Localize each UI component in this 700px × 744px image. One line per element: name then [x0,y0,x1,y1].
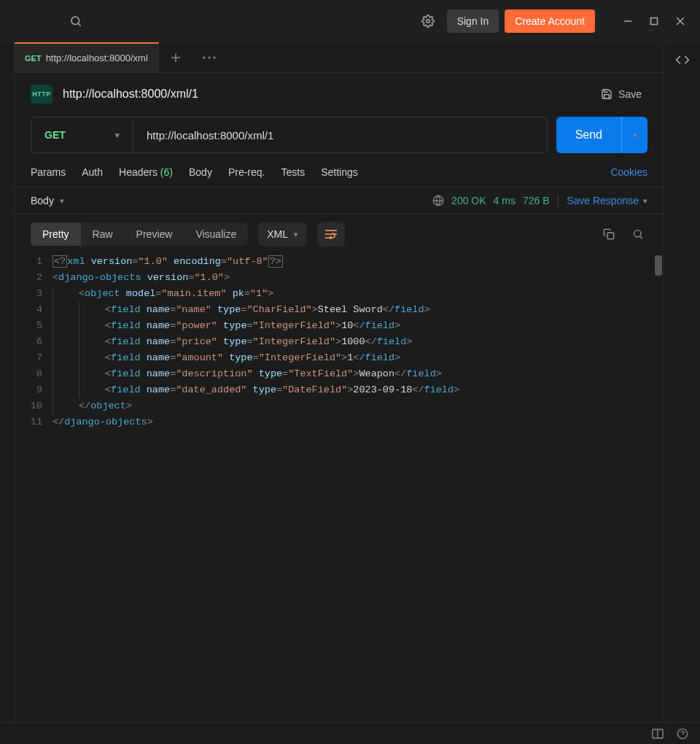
panel-toggle-icon[interactable] [652,729,664,739]
code-content: <field name="name" type="CharField">Stee… [52,302,430,318]
tab-headers[interactable]: Headers (6) [119,166,173,178]
settings-gear-icon[interactable] [415,8,441,34]
save-button[interactable]: Save [595,85,648,103]
request-tab[interactable]: GET http://localhost:8000/xml [15,42,159,72]
line-number: 9 [15,382,52,398]
code-content: <field name="description" type="TextFiel… [52,366,442,382]
tab-overflow-button[interactable] [192,42,226,72]
tab-label: http://localhost:8000/xml [46,53,148,63]
help-icon[interactable] [677,728,688,740]
sidebar-right [664,42,700,722]
titlebar: Sign In Create Account [0,0,700,42]
view-raw[interactable]: Raw [81,222,125,246]
search-in-body-icon[interactable] [629,225,648,244]
format-select[interactable]: XML ▾ [258,222,307,246]
tabstrip: GET http://localhost:8000/xml [15,42,664,73]
code-content: <field name="power" type="IntegerField">… [52,318,400,334]
response-size: 726 B [523,195,550,206]
tab-auth[interactable]: Auth [82,166,103,178]
chevron-down-icon: ▾ [633,131,637,140]
window-minimize-icon[interactable] [621,15,634,28]
line-number: 5 [15,318,52,334]
http-badge-icon: HTTP [31,85,52,104]
code-content: <field name="price" type="IntegerField">… [52,334,412,350]
line-number: 8 [15,366,52,382]
new-tab-button[interactable] [159,42,192,72]
code-line: 9<field name="date_added" type="DateFiel… [15,382,664,398]
method-select[interactable]: GET ▾ [31,117,133,152]
save-response-label: Save Response [567,195,639,206]
line-number: 6 [15,334,52,350]
code-line: 5<field name="power" type="IntegerField"… [15,318,664,334]
send-button[interactable]: Send [556,117,621,153]
response-body[interactable]: 1<?xml version="1.0" encoding="utf-8"?>2… [15,254,664,722]
code-content: <field name="amount" type="IntegerField"… [52,350,400,366]
url-input[interactable] [133,117,547,152]
chevron-down-icon: ▾ [294,230,298,239]
svg-rect-4 [651,18,658,25]
code-line: 10</object> [15,398,664,414]
response-view-select[interactable]: Body ▾ [31,195,64,206]
code-line: 3<object model="main.item" pk="1"> [15,286,664,302]
search-icon[interactable] [63,8,89,34]
response-view-label: Body [31,195,54,206]
sign-in-button[interactable]: Sign In [447,9,499,33]
tab-tests[interactable]: Tests [281,166,305,178]
tab-body[interactable]: Body [189,166,212,178]
code-line: 6<field name="price" type="IntegerField"… [15,334,664,350]
code-content: <django-objects version="1.0"> [52,270,230,286]
tab-headers-count: (6) [160,166,173,178]
globe-icon[interactable] [432,195,444,206]
view-preview[interactable]: Preview [125,222,184,246]
tab-params[interactable]: Params [31,166,66,178]
line-number: 11 [15,414,52,430]
request-subtabs: Params Auth Headers (6) Body Pre-req. Te… [15,153,664,187]
view-pretty[interactable]: Pretty [31,222,81,246]
svg-point-2 [426,20,429,23]
svg-point-0 [71,17,79,25]
line-number: 3 [15,286,52,302]
scrollbar-thumb[interactable] [655,255,662,276]
svg-point-9 [203,56,205,58]
line-number: 2 [15,270,52,286]
code-content: </object> [52,398,132,414]
window-maximize-icon[interactable] [648,15,661,28]
line-number: 7 [15,350,52,366]
svg-point-10 [208,56,210,58]
save-label: Save [618,88,642,100]
send-options-button[interactable]: ▾ [621,117,648,153]
tab-headers-label: Headers [119,166,158,178]
code-content: <?xml version="1.0" encoding="utf-8"?> [52,254,283,270]
method-value: GET [44,129,66,141]
svg-point-11 [213,56,215,58]
line-number: 1 [15,254,52,270]
chevron-down-icon: ▾ [115,131,120,140]
code-content: </django-objects> [52,414,153,430]
create-account-button[interactable]: Create Account [505,9,595,33]
code-pane-icon[interactable] [675,53,690,67]
cookies-link[interactable]: Cookies [610,166,648,178]
request-title: http://localhost:8000/xml/1 [63,88,585,101]
copy-icon[interactable] [599,225,618,244]
line-number: 4 [15,302,52,318]
tab-settings[interactable]: Settings [321,166,358,178]
save-response-button[interactable]: Save Response ▾ [567,195,648,206]
response-meta: Body ▾ 200 OK 4 ms 726 B | Save Response… [15,187,664,214]
svg-rect-16 [607,233,614,239]
view-mode-segment: Pretty Raw Preview Visualize [31,222,248,246]
request-header: HTTP http://localhost:8000/xml/1 Save [15,73,664,111]
window-close-icon[interactable] [674,15,687,28]
response-status: 200 OK [451,195,486,206]
sidebar-left [0,42,15,722]
wrap-lines-button[interactable] [317,222,345,247]
view-toolbar: Pretty Raw Preview Visualize XML ▾ [15,214,664,254]
code-content: <field name="date_added" type="DateField… [52,382,459,398]
format-value: XML [267,228,288,240]
code-line: 2<django-objects version="1.0"> [15,270,664,286]
svg-line-18 [640,236,642,239]
code-line: 8<field name="description" type="TextFie… [15,366,664,382]
view-visualize[interactable]: Visualize [184,222,248,246]
tab-prereq[interactable]: Pre-req. [228,166,265,178]
code-line: 7<field name="amount" type="IntegerField… [15,350,664,366]
urlbar: GET ▾ Send ▾ [31,117,648,153]
